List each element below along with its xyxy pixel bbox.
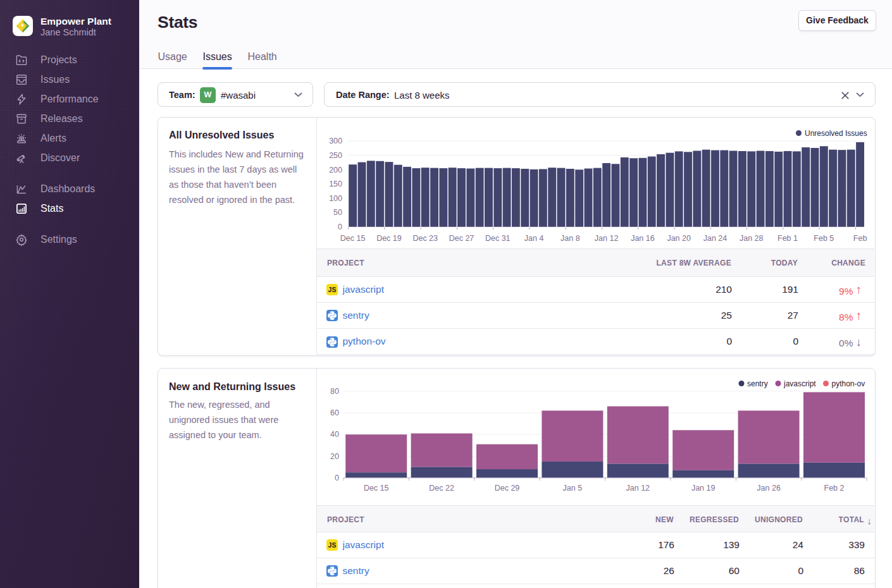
svg-text:JS: JS [328,541,337,549]
svg-text:JS: JS [328,286,337,293]
